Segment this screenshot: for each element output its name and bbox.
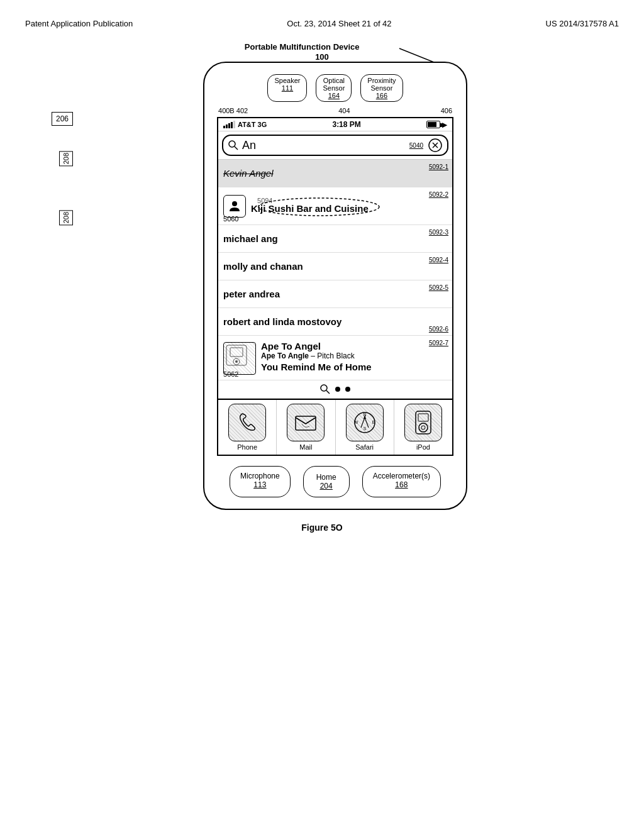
svg-text:E: E [372,420,375,424]
contact-icon-sushi [223,195,246,218]
optical-ref: Sensor 164 [323,84,345,99]
proximity-label: Proximity [367,77,396,84]
result-name-robert: robert and linda mostovoy [223,316,341,327]
signal-bar-3 [228,123,230,128]
status-time: 3:18 PM [332,120,360,129]
safari-icon-box: N S W E [346,404,384,441]
patent-center: Oct. 23, 2014 Sheet 21 of 42 [287,19,391,28]
phone-icon-svg [236,411,258,434]
ref-5060: 5060 [223,215,238,223]
figure-caption: Figure 5O [52,523,592,533]
mail-label: Mail [299,443,312,451]
proximity-sensor: Proximity Sensor 166 [360,74,402,102]
result-ref-molly: 5092-4 [429,257,448,263]
search-cancel-button[interactable] [428,138,442,152]
album-svg [224,343,249,368]
dock-mail[interactable]: Mail [277,400,335,455]
result-text-sushi: 5094 Kiji Sushi Bar and Cuisine [251,198,447,214]
dock-ipod[interactable]: iPod [394,400,452,455]
dock-safari[interactable]: N S W E Safari [336,400,394,455]
battery-fill [428,122,436,127]
svg-text:W: W [353,420,358,424]
microphone-ref: 113 [240,480,280,489]
bluetooth-icon: ▶ [442,121,447,128]
result-name-michael: michael ang [223,233,278,244]
result-item-molly[interactable]: molly and chanan 5092-4 [218,253,452,280]
microphone-label: Microphone [240,472,280,480]
microphone-sensor: Microphone 113 [230,466,291,497]
album-sub-bold: Ape To Angle – Pitch Black [261,351,447,360]
result-text-album: Ape To Angel Ape To Angle – Pitch Black … [261,341,447,372]
result-name-sushi: Kiji Sushi Bar and Cuisine [251,203,369,214]
dot-2 [345,387,350,392]
signal-area: AT&T 3G [223,121,267,128]
mail-icon-svg [293,411,318,434]
result-item[interactable]: Kevin Angel 5092-1 [218,160,452,187]
search-dots-row [218,380,452,399]
result-item-album[interactable]: Ape To Angel Ape To Angle – Pitch Black … [218,336,452,380]
side-ref-208-top: 208 [59,151,73,166]
accelerometer-sensor: Accelerometer(s) 168 [362,466,441,497]
sensor-labels-top: Speaker 111 Optical Sensor 164 Proximity… [217,74,453,102]
safari-label: Safari [355,443,374,451]
home-label: Home [316,473,336,482]
search-ref: 5040 [409,142,423,149]
dot-1 [335,387,340,392]
signal-bar-4 [231,122,233,128]
ref-labels-row: 400B 402 404 406 [217,107,453,114]
optical-sensor: Optical Sensor 164 [316,74,352,102]
device-number: 100 [245,52,399,62]
result-item-michael[interactable]: michael ang 5092-3 [218,225,452,253]
search-dots-icon [320,384,330,394]
result-ref-robert: 5092-6 [429,326,448,333]
result-name-1: Kevin Angel [223,168,274,179]
result-name-peter: peter andrea [223,289,280,299]
patent-right: US 2014/317578 A1 [546,19,619,28]
svg-point-12 [235,360,238,363]
battery-icon [426,121,440,128]
dock-phone[interactable]: Phone [218,400,277,455]
patent-header: Patent Application Publication Oct. 23, … [0,13,644,35]
search-icon [228,140,238,150]
battery-area: ▶ [426,121,447,128]
ref-206: 206 [52,112,73,126]
album-track: You Remind Me of Home [261,362,447,372]
ipod-label: iPod [416,443,430,451]
device-title-label: Portable Multifunction Device [245,42,360,52]
battery-tip [440,123,442,127]
speaker-label: Speaker 111 [274,77,300,92]
result-item-peter[interactable]: peter andrea 5092-5 [218,280,452,308]
side-ref-208-bottom: 208 [59,210,73,225]
result-ref-sushi: 5092-2 [429,191,448,198]
status-bar: AT&T 3G 3:18 PM ▶ [218,118,452,131]
layout-wrapper: 206 208 208 Speaker 111 Optical [52,62,592,510]
screen: AT&T 3G 3:18 PM ▶ [217,117,453,456]
result-ref-peter: 5092-5 [429,284,448,291]
result-ref-1: 5092-1 [429,163,448,170]
result-ref-album: 5092-7 [429,340,448,346]
svg-point-7 [232,201,237,206]
ipod-icon-box [404,404,442,441]
svg-line-3 [235,147,238,150]
signal-bar-2 [226,124,228,128]
signal-bar-1 [223,126,225,128]
svg-rect-10 [230,348,243,357]
device-outer: Speaker 111 Optical Sensor 164 Proximity… [203,62,467,510]
result-ref-michael: 5092-3 [429,229,448,236]
svg-point-2 [229,141,235,147]
patent-left: Patent Application Publication [25,19,133,28]
results-list: Kevin Angel 5092-1 [218,159,452,380]
search-bar[interactable]: An 5040 [222,135,448,156]
result-item-robert[interactable]: robert and linda mostovoy 5092-6 [218,308,452,336]
result-item-sushi[interactable]: 5094 Kiji Sushi Bar and Cuisine 5092-2 [218,187,452,225]
svg-point-27 [421,426,425,429]
home-sensor[interactable]: Home 204 [303,466,350,497]
search-input-text: An [242,139,409,152]
ref-400b-402: 400B 402 [218,107,248,114]
optical-label: Optical [323,77,345,84]
svg-text:S: S [363,426,366,431]
signal-bars [223,121,235,128]
signal-bar-5 [233,121,235,128]
home-ref: 204 [316,482,336,490]
mail-icon-box [287,404,325,441]
